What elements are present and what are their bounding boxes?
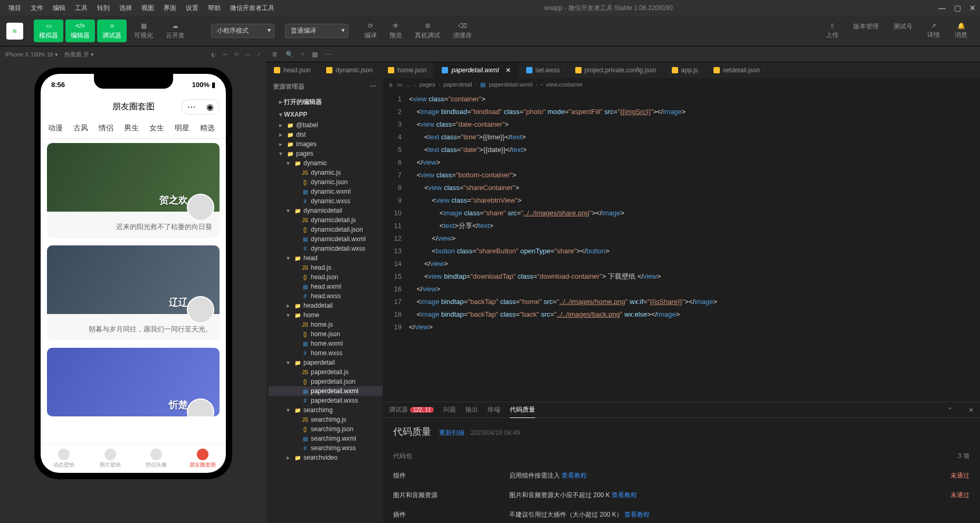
tab-problems[interactable]: 问题 (443, 405, 456, 414)
menu-item[interactable]: 工具 (71, 2, 92, 15)
sim-icon[interactable]: ✂ (223, 51, 227, 58)
tab-output[interactable]: 输出 (465, 405, 478, 414)
tree-node[interactable]: ▤dynamic.wxml (269, 187, 383, 196)
category-tab[interactable]: 精选 (200, 118, 215, 138)
tree-node[interactable]: ▾📁home (269, 310, 383, 320)
editor-tab[interactable]: app.js (664, 62, 706, 78)
tree-node[interactable]: {}home.json (269, 329, 383, 339)
mode-select[interactable]: 小程序模式 (211, 24, 274, 38)
sim-icon[interactable]: ⤢ (256, 51, 261, 58)
tree-node[interactable]: JSpaperdetail.js (269, 367, 383, 377)
menu-icon[interactable]: ⋯ (182, 100, 201, 114)
menu-item[interactable]: 转到 (93, 2, 114, 15)
search-icon[interactable]: 🔍 (286, 51, 293, 58)
sim-icon[interactable]: ▭ (245, 51, 250, 58)
tab-debugger[interactable]: 调试器122, 11 (389, 405, 434, 414)
code-editor[interactable]: 12345678910111213141516171819 <view clas… (383, 91, 980, 402)
menu-item[interactable]: 选择 (115, 2, 136, 15)
tree-node[interactable]: {}dynamic.json (269, 177, 383, 187)
tree-node[interactable]: JShome.js (269, 320, 383, 329)
nav-item[interactable]: 图片壁纸 (87, 444, 134, 473)
cloud-button[interactable]: ☁云开发 (160, 20, 190, 42)
testacct-button[interactable]: 测试号 (887, 20, 919, 42)
tree-node[interactable]: {}dynamicdetail.json (269, 225, 383, 234)
chevron-up-icon[interactable]: ⌃ (947, 406, 953, 414)
col-icon[interactable]: ⫼ (388, 81, 394, 88)
editor-tab[interactable]: set.wxss (519, 62, 568, 78)
category-tab[interactable]: 情侣 (99, 118, 113, 138)
feed[interactable]: 贺之欢迟来的阳光救不了枯萎的向日葵辽辽朝暮与岁月同往，愿我们一同行至天光。忻楚 (41, 139, 226, 443)
tree-node[interactable]: #dynamicdetail.wxss (269, 244, 383, 253)
tree-node[interactable]: ▾📁paperdetail (269, 358, 383, 367)
feed-card[interactable]: 忻楚 (47, 348, 220, 416)
category-tab[interactable]: 女生 (149, 118, 164, 138)
feed-card[interactable]: 辽辽朝暮与岁月同往，愿我们一同行至天光。 (47, 245, 220, 340)
feed-card[interactable]: 贺之欢迟来的阳光救不了枯萎的向日葵 (47, 143, 220, 238)
tree-node[interactable]: ▸📁headdetail (269, 301, 383, 310)
nav-item[interactable]: 朋友圈套图 (179, 444, 226, 473)
tree-node[interactable]: ▾📁dynamic (269, 158, 383, 168)
project-section[interactable]: WXAPP (267, 109, 383, 120)
ext-icon[interactable]: ▦ (312, 51, 318, 58)
tree-node[interactable]: JSsearchimg.js (269, 415, 383, 424)
tab-terminal[interactable]: 终端 (488, 405, 500, 414)
tree-node[interactable]: {}searchimg.json (269, 424, 383, 434)
git-icon[interactable]: ⑂ (301, 51, 305, 58)
tutorial-link[interactable]: 查看教程 (562, 472, 587, 479)
compile-button[interactable]: ⟳编译 (359, 20, 382, 42)
upload-button[interactable]: ⇧上传 (820, 20, 845, 42)
category-tab[interactable]: 明星 (175, 118, 189, 138)
message-button[interactable]: 🔔消息 (948, 20, 974, 42)
nav-item[interactable]: 情侣头像 (134, 444, 180, 473)
tutorial-link[interactable]: 查看教程 (624, 511, 650, 518)
hotreload-select[interactable]: 热重载 开 ▾ (64, 51, 94, 59)
minimize-icon[interactable]: — (938, 4, 946, 12)
category-tab[interactable]: 古风 (73, 118, 88, 138)
menu-item[interactable]: 设置 (182, 2, 203, 15)
tree-node[interactable]: ▾📁head (269, 253, 383, 263)
tree-node[interactable]: #dynamic.wxss (269, 196, 383, 206)
explorer-icon[interactable]: 🗎 (272, 51, 278, 58)
tree-node[interactable]: ▤home.wxml (269, 339, 383, 348)
close-icon[interactable]: ✕ (969, 4, 976, 12)
preview-button[interactable]: 👁预览 (384, 20, 407, 42)
tree-node[interactable]: ▸📁searchvideo (269, 453, 383, 462)
tree-node[interactable]: ▤searchimg.wxml (269, 434, 383, 443)
clearcache-button[interactable]: ⌫清缓存 (448, 20, 477, 42)
sim-icon[interactable]: ◐ (211, 51, 216, 58)
close-icon[interactable]: ✕ (968, 406, 974, 414)
tree-node[interactable]: ▾📁dynamicdetail (269, 206, 383, 215)
device-select[interactable]: iPhone X 100% 16 ▾ (5, 51, 58, 58)
editor-tab[interactable]: project.private.config.json (568, 62, 664, 78)
menu-item[interactable]: 文件 (26, 2, 47, 15)
editor-tab[interactable]: setdetail.json (706, 62, 768, 78)
tree-node[interactable]: #head.wxss (269, 291, 383, 301)
tree-node[interactable]: ▾📁searchimg (269, 405, 383, 415)
maximize-icon[interactable]: ▢ (954, 4, 961, 12)
more-icon[interactable]: ⋯ (325, 51, 331, 58)
more-icon[interactable]: ⋯ (370, 82, 376, 91)
category-tab[interactable]: 男生 (124, 118, 139, 138)
tab-quality[interactable]: 代码质量 (510, 405, 535, 418)
tree-node[interactable]: ▸📁dist (269, 130, 383, 139)
tree-node[interactable]: ▤paperdetail.wxml (269, 386, 383, 396)
tree-node[interactable]: JShead.js (269, 263, 383, 272)
tree-node[interactable]: JSdynamicdetail.js (269, 215, 383, 225)
menu-item[interactable]: 界面 (159, 2, 180, 15)
version-button[interactable]: 版本管理 (847, 20, 885, 42)
tree-node[interactable]: ▸📁images (269, 139, 383, 149)
tutorial-link[interactable]: 查看教程 (612, 491, 637, 499)
breadcrumb[interactable]: ⫼ ▭ …› pages› paperdetail› ▤paperdetail.… (383, 78, 980, 91)
editor-button[interactable]: </>编辑器 (65, 20, 95, 42)
rescan-link[interactable]: 重新扫描 (439, 429, 464, 436)
debugger-button[interactable]: ⌗调试器 (97, 20, 127, 42)
realdev-button[interactable]: ⚙真机调试 (410, 20, 445, 42)
nav-item[interactable]: 动态壁纸 (41, 444, 87, 473)
editor-tab[interactable]: dynamic.json (319, 62, 380, 78)
detail-button[interactable]: ↗详情 (921, 20, 946, 42)
category-tab[interactable]: 动漫 (48, 118, 63, 138)
compile-select[interactable]: 普通编译 (285, 24, 348, 38)
visual-button[interactable]: ▦可视化 (129, 20, 158, 42)
tree-node[interactable]: {}head.json (269, 272, 383, 282)
menu-item[interactable]: 编辑 (49, 2, 70, 15)
